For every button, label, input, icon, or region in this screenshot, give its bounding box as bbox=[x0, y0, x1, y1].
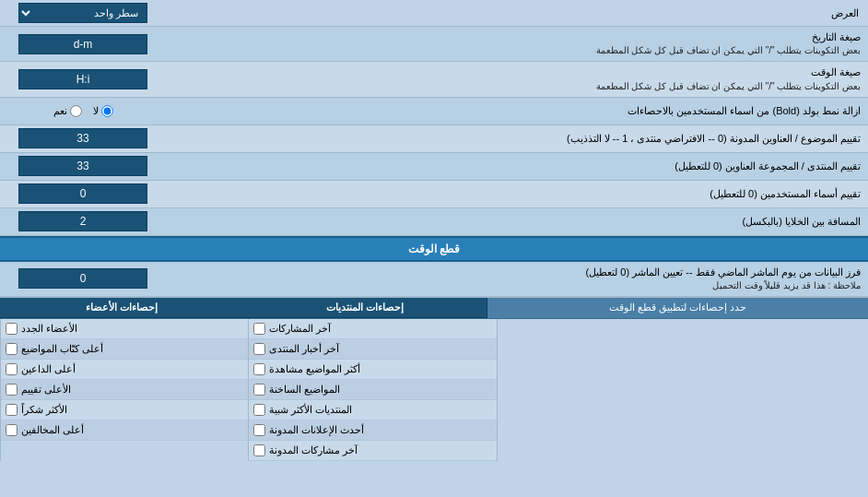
check-item: الأعلى تقييم bbox=[1, 380, 248, 400]
topic-sort-input[interactable] bbox=[18, 128, 147, 148]
check-top-topic-writers[interactable] bbox=[6, 343, 18, 355]
date-format-input[interactable] bbox=[18, 34, 147, 54]
stats-col2-header: إحصاءات الأعضاء bbox=[0, 298, 243, 318]
time-format-label: صيغة الوقت بعض التكوينات يتطلب "/" التي … bbox=[166, 62, 868, 96]
cutoff-input[interactable] bbox=[18, 268, 147, 289]
stats-cols-header: إحصاءات المنتديات إحصاءات الأعضاء bbox=[0, 298, 487, 318]
check-hot-topics[interactable] bbox=[253, 384, 265, 396]
check-announcements[interactable] bbox=[253, 424, 265, 436]
check-similar-forums[interactable] bbox=[253, 404, 265, 416]
date-format-row: صيغة التاريخ بعض التكوينات يتطلب "/" الت… bbox=[0, 27, 868, 62]
time-format-row: صيغة الوقت بعض التكوينات يتطلب "/" التي … bbox=[0, 62, 868, 97]
check-item: الأعضاء الجدد bbox=[1, 319, 248, 339]
check-item: أعلى كتّاب المواضيع bbox=[1, 339, 248, 360]
stats-content: آخر المشاركات آخر أخبار المنتدى أكثر الم… bbox=[0, 319, 868, 461]
topic-sort-input-cell bbox=[0, 125, 166, 151]
display-select[interactable]: سطر واحد سطرين ثلاثة أسطر bbox=[18, 3, 147, 23]
check-new-members[interactable] bbox=[6, 323, 18, 335]
username-sort-label: تقييم أسماء المستخدمين (0 للتعطيل) bbox=[166, 183, 868, 205]
stats-section: حدد إحصاءات لتطبيق قطع الوقت إحصاءات الم… bbox=[0, 297, 868, 461]
username-sort-row: تقييم أسماء المستخدمين (0 للتعطيل) bbox=[0, 181, 868, 208]
check-item: آخر مشاركات المدونة bbox=[249, 441, 496, 461]
check-blog-posts[interactable] bbox=[253, 444, 265, 456]
time-format-input-cell bbox=[0, 66, 166, 92]
check-top-inviters[interactable] bbox=[6, 363, 18, 375]
radio-yes[interactable] bbox=[70, 105, 82, 117]
check-last-posts[interactable] bbox=[253, 323, 265, 335]
check-item: أحدث الإعلانات المدونة bbox=[249, 420, 496, 441]
stats-define-label: حدد إحصاءات لتطبيق قطع الوقت bbox=[487, 298, 868, 318]
stats-col1-header: إحصاءات المنتديات bbox=[243, 298, 487, 318]
forum-sort-input[interactable] bbox=[18, 156, 147, 176]
cutoff-row: فرز البيانات من يوم الماشر الماضي فقط --… bbox=[0, 262, 868, 297]
topic-sort-label: تقييم الموضوع / العناوين المدونة (0 -- ا… bbox=[166, 128, 868, 149]
check-item: أعلى المخالفين bbox=[1, 420, 248, 441]
stats-members-col: الأعضاء الجدد أعلى كتّاب المواضيع أعلى ا… bbox=[0, 319, 248, 461]
stats-empty-col bbox=[497, 319, 868, 461]
cutoff-section-title: قطع الوقت bbox=[0, 236, 868, 262]
cutoff-label: فرز البيانات من يوم الماشر الماضي فقط --… bbox=[166, 262, 868, 296]
check-item: المنتديات الأكثر شبية bbox=[249, 400, 496, 420]
check-top-violators[interactable] bbox=[6, 424, 18, 436]
date-format-input-cell bbox=[0, 31, 166, 57]
time-format-input[interactable] bbox=[18, 69, 147, 89]
bold-radio-group: نعم لا bbox=[5, 105, 161, 117]
cell-spacing-row: المسافة بين الخلايا (بالبكسل) bbox=[0, 208, 868, 236]
check-item: المواضيع الساخنة bbox=[249, 380, 496, 400]
radio-yes-label[interactable]: نعم bbox=[53, 105, 82, 117]
forum-sort-label: تقييم المنتدى / المجموعة العناوين (0 للت… bbox=[166, 156, 868, 177]
forum-sort-input-cell bbox=[0, 153, 166, 179]
check-most-thanked[interactable] bbox=[6, 404, 18, 416]
cutoff-input-cell bbox=[0, 266, 166, 291]
check-item: آخر المشاركات bbox=[249, 319, 496, 339]
check-most-viewed[interactable] bbox=[253, 363, 265, 375]
check-item: أعلى الداعين bbox=[1, 360, 248, 380]
bold-remove-label: ازالة نمط بولد (Bold) من اسماء المستخدمي… bbox=[166, 101, 868, 122]
date-format-label: صيغة التاريخ بعض التكوينات يتطلب "/" الت… bbox=[166, 27, 868, 61]
top-header-row: العرض سطر واحد سطرين ثلاثة أسطر bbox=[0, 0, 868, 27]
username-sort-input[interactable] bbox=[18, 183, 147, 204]
username-sort-input-cell bbox=[0, 181, 166, 207]
bold-remove-input-cell: نعم لا bbox=[0, 102, 166, 120]
topic-sort-row: تقييم الموضوع / العناوين المدونة (0 -- ا… bbox=[0, 125, 868, 153]
cell-spacing-label: المسافة بين الخلايا (بالبكسل) bbox=[166, 211, 868, 232]
check-item: أكثر المواضيع مشاهدة bbox=[249, 360, 496, 380]
page-title-label: العرض bbox=[166, 4, 868, 23]
forum-sort-row: تقييم المنتدى / المجموعة العناوين (0 للت… bbox=[0, 153, 868, 181]
display-select-cell[interactable]: سطر واحد سطرين ثلاثة أسطر bbox=[0, 0, 166, 26]
check-last-news[interactable] bbox=[253, 343, 265, 355]
stats-define-row: حدد إحصاءات لتطبيق قطع الوقت إحصاءات الم… bbox=[0, 298, 868, 319]
check-item: آخر أخبار المنتدى bbox=[249, 339, 496, 360]
stats-forum-col: آخر المشاركات آخر أخبار المنتدى أكثر الم… bbox=[248, 319, 496, 461]
check-item: الأكثر شكراً bbox=[1, 400, 248, 420]
radio-no[interactable] bbox=[101, 105, 113, 117]
cell-spacing-input[interactable] bbox=[18, 211, 147, 231]
cell-spacing-input-cell bbox=[0, 208, 166, 234]
main-container: العرض سطر واحد سطرين ثلاثة أسطر صيغة الت… bbox=[0, 0, 868, 461]
bold-remove-row: ازالة نمط بولد (Bold) من اسماء المستخدمي… bbox=[0, 98, 868, 125]
radio-no-label[interactable]: لا bbox=[93, 105, 113, 117]
check-top-rated[interactable] bbox=[6, 384, 18, 396]
